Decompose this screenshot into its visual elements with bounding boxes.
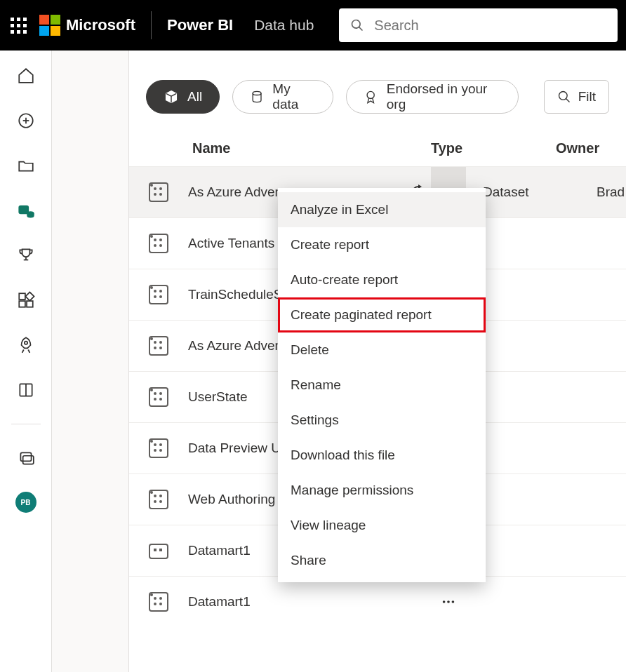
context-menu-item[interactable]: View lineage: [278, 508, 486, 543]
dataset-icon: [149, 438, 168, 458]
waffle-icon: [11, 18, 27, 34]
svg-rect-16: [20, 452, 31, 461]
svg-point-47: [447, 600, 450, 603]
row-type-icon-cell: [129, 182, 188, 202]
datamart-icon: [149, 544, 168, 559]
context-menu-item[interactable]: Create paginated report: [278, 297, 486, 332]
ribbon-icon: [364, 89, 378, 105]
book-icon: [17, 381, 35, 399]
top-app-bar: Microsoft Power BI Data hub: [0, 0, 626, 51]
context-menu-item[interactable]: Settings: [278, 403, 486, 438]
row-type-icon-cell: [129, 285, 188, 304]
ellipsis-icon: [441, 594, 456, 610]
trophy-icon: [17, 246, 35, 264]
search-container: [339, 8, 618, 42]
filter-keyword-button[interactable]: Filt: [544, 80, 609, 114]
column-owner[interactable]: Owner: [556, 140, 626, 156]
app-name-label[interactable]: Power BI: [167, 16, 233, 34]
apps-icon: [17, 291, 35, 309]
filter-row: All My data Endorsed in your org Filt: [129, 51, 626, 133]
dataset-icon: [149, 336, 168, 356]
dataset-icon: [149, 234, 168, 253]
filter-mydata-label: My data: [272, 81, 316, 112]
svg-line-21: [566, 99, 569, 102]
microsoft-logo-icon: [39, 15, 60, 36]
row-type-icon-cell: [129, 234, 188, 253]
nav-create[interactable]: [15, 109, 37, 132]
filter-all[interactable]: All: [146, 80, 220, 114]
database-icon: [250, 89, 264, 105]
context-menu-item[interactable]: Delete: [278, 332, 486, 368]
search-icon: [350, 18, 364, 33]
context-menu-item[interactable]: Rename: [278, 368, 486, 403]
context-menu-item[interactable]: Auto-create report: [278, 262, 486, 297]
left-nav-rail: PB: [0, 51, 52, 672]
context-menu-item[interactable]: Download this file: [278, 438, 486, 473]
search-icon: [557, 90, 571, 104]
workspaces-icon: [17, 449, 35, 467]
svg-rect-11: [19, 301, 25, 307]
svg-rect-10: [25, 292, 34, 300]
data-hub-icon: [17, 201, 35, 220]
avatar-initials: PB: [21, 499, 31, 506]
context-menu-item[interactable]: Manage permissions: [278, 473, 486, 508]
column-name[interactable]: Name: [188, 140, 431, 156]
svg-point-20: [559, 92, 567, 100]
filter-endorsed[interactable]: Endorsed in your org: [346, 80, 518, 114]
home-icon: [17, 67, 35, 85]
column-type[interactable]: Type: [431, 140, 556, 156]
nav-apps[interactable]: [15, 289, 37, 311]
user-avatar[interactable]: PB: [15, 492, 36, 513]
search-box[interactable]: [339, 8, 618, 42]
row-more-cell: [431, 577, 466, 628]
nav-browse[interactable]: [15, 154, 37, 177]
dataset-icon: [149, 285, 168, 304]
nav-metrics[interactable]: [15, 244, 37, 267]
search-input[interactable]: [374, 18, 606, 34]
folder-icon: [17, 156, 35, 175]
context-menu-item[interactable]: Share: [278, 543, 486, 578]
svg-point-48: [452, 600, 455, 603]
plus-circle-icon: [17, 112, 35, 130]
svg-point-0: [352, 20, 361, 29]
cube-icon: [164, 89, 179, 105]
dataset-icon: [149, 490, 168, 509]
section-label[interactable]: Data hub: [254, 17, 314, 34]
secondary-panel: [52, 51, 129, 672]
row-name-label[interactable]: Datamart1: [188, 594, 427, 610]
nav-home[interactable]: [15, 65, 37, 87]
more-options-button[interactable]: [431, 577, 466, 628]
dataset-icon: [149, 387, 168, 407]
rocket-icon: [17, 336, 35, 354]
svg-point-18: [253, 91, 261, 95]
context-menu-item[interactable]: Create report: [278, 227, 486, 262]
filter-mydata[interactable]: My data: [232, 80, 333, 114]
filter-keyword-label: Filt: [578, 89, 596, 105]
context-menu: Analyze in ExcelCreate reportAuto-create…: [278, 188, 486, 582]
context-menu-item[interactable]: Analyze in Excel: [278, 192, 486, 227]
svg-line-1: [359, 27, 363, 30]
app-launcher-button[interactable]: [8, 15, 28, 35]
nav-deploy[interactable]: [15, 334, 37, 356]
filter-endorsed-label: Endorsed in your org: [387, 81, 501, 112]
row-type-icon-cell: [129, 387, 188, 407]
divider: [151, 11, 152, 39]
microsoft-logo: Microsoft: [39, 15, 135, 36]
dataset-icon: [149, 592, 168, 612]
svg-rect-5: [19, 206, 28, 214]
svg-point-13: [24, 342, 27, 344]
row-type-icon-cell: [129, 336, 188, 356]
table-header: Name Type Owner: [129, 133, 626, 166]
svg-rect-9: [19, 293, 25, 300]
row-owner-label: Brad S: [591, 184, 626, 200]
brand-label: Microsoft: [66, 16, 135, 34]
nav-data-hub[interactable]: [15, 199, 37, 222]
table-row[interactable]: Datamart1: [129, 576, 626, 627]
row-type-icon-cell: [129, 542, 188, 559]
nav-workspaces[interactable]: [15, 447, 37, 469]
rail-separator: [11, 424, 41, 424]
svg-point-46: [443, 600, 446, 603]
svg-point-19: [367, 91, 374, 98]
svg-rect-12: [27, 301, 33, 307]
nav-learn[interactable]: [15, 379, 37, 401]
